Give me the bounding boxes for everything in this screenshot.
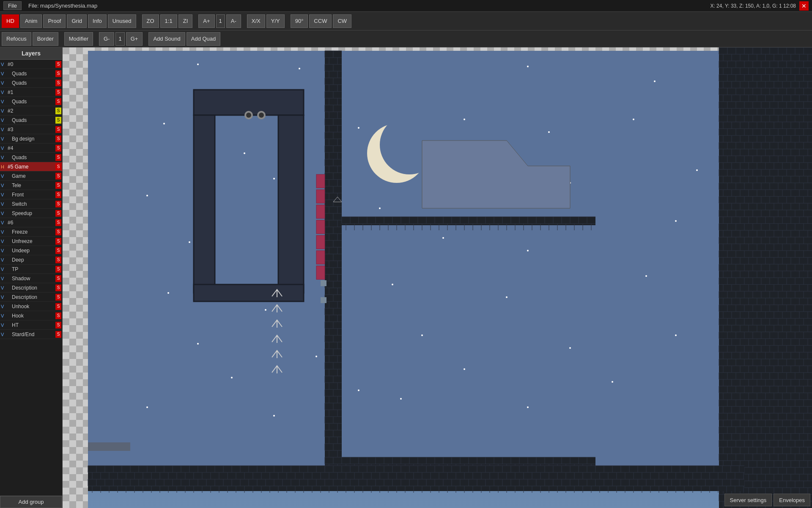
layer-item[interactable]: VUnfreezeS [0,237,62,246]
layer-s-button[interactable]: S [55,163,61,170]
layer-s-button[interactable]: S [55,219,61,226]
info-button[interactable]: Info [88,14,107,28]
zo-button[interactable]: ZO [142,14,159,28]
layer-s-button[interactable]: S [55,229,61,235]
gplus-button[interactable]: G+ [126,32,143,46]
layer-item[interactable]: VStard/EndS [0,330,62,339]
layer-s-button[interactable]: S [55,294,61,301]
add-quad-button[interactable]: Add Quad [187,32,221,46]
layer-item[interactable]: VUndeepS [0,246,62,255]
layer-item[interactable]: VDescriptionS [0,283,62,293]
layer-item[interactable]: VTPS [0,265,62,274]
grid-button[interactable]: Grid [67,14,87,28]
layer-s-button[interactable]: S [55,145,61,152]
layer-name: HT [7,322,55,328]
layer-name: TP [7,266,55,272]
layer-item[interactable]: VBg designS [0,134,62,144]
layer-s-button[interactable]: S [55,257,61,263]
map-canvas-area[interactable]: Server settings Envelopes [63,47,812,508]
layer-item[interactable]: VHookS [0,311,62,320]
layer-s-button[interactable]: S [55,182,61,189]
layer-item[interactable]: VSpeedupS [0,209,62,218]
layer-item[interactable]: VFreezeS [0,227,62,237]
layer-s-button[interactable]: S [55,191,61,198]
layer-s-button[interactable]: S [55,210,61,217]
add-sound-button[interactable]: Add Sound [148,32,185,46]
layer-s-button[interactable]: S [55,154,61,161]
layer-s-button[interactable]: S [55,89,61,96]
envelopes-button[interactable]: Envelopes [774,494,810,506]
layers-list[interactable]: V#0SVQuadsSVQuadsSV#1SVQuadsSV#2SVQuadsS… [0,60,62,496]
deg-button[interactable]: 90° [291,14,308,28]
layer-s-button[interactable]: S [55,322,61,329]
layer-item[interactable]: VQuadsS [0,97,62,106]
layer-s-button[interactable]: S [55,238,61,245]
layer-name: Game [7,173,55,179]
layer-item[interactable]: VQuadsS [0,78,62,88]
aminus-button[interactable]: A- [226,14,241,28]
layer-s-button[interactable]: S [55,98,61,105]
close-button[interactable]: ✕ [799,1,809,11]
layer-s-button[interactable]: S [55,126,61,133]
layer-item[interactable]: V#3S [0,125,62,134]
layer-item[interactable]: VQuadsS [0,69,62,78]
add-group-button[interactable]: Add group [0,496,62,508]
layer-s-button[interactable]: S [55,331,61,338]
layer-s-button[interactable]: S [55,70,61,77]
ccw-button[interactable]: CCW [309,14,332,28]
layer-s-button[interactable]: S [55,80,61,86]
layer-item[interactable]: VHTS [0,320,62,330]
layer-item[interactable]: V#4S [0,144,62,153]
layer-item[interactable]: VFrontS [0,190,62,199]
layer-s-button[interactable]: S [55,108,61,114]
layer-s-button[interactable]: S [55,135,61,142]
cw-button[interactable]: CW [333,14,351,28]
layer-item[interactable]: VDescriptionS [0,293,62,302]
server-settings-button[interactable]: Server settings [724,494,772,506]
zi-button[interactable]: ZI [178,14,193,28]
file-menu[interactable]: File [3,1,22,10]
layer-v-indicator: V [1,248,7,253]
layer-v-indicator: V [1,155,7,160]
layer-item[interactable]: VDeepS [0,255,62,265]
layer-name: #3 [7,127,55,133]
layer-v-indicator: V [1,127,7,132]
layer-s-button[interactable]: S [55,303,61,310]
proof-button[interactable]: Proof [43,14,66,28]
gminus-button[interactable]: G- [99,32,114,46]
layer-s-button[interactable]: S [55,173,61,179]
zoom-button[interactable]: 1:1 [160,14,177,28]
refocus-button[interactable]: Refocus [2,32,31,46]
unused-button[interactable]: Unused [108,14,136,28]
layer-s-button[interactable]: S [55,312,61,319]
layer-name: #0 [7,61,55,67]
layer-s-button[interactable]: S [55,275,61,282]
layer-item[interactable]: V#0S [0,60,62,69]
yy-button[interactable]: Y/Y [266,14,285,28]
layer-item[interactable]: VGameS [0,171,62,181]
layer-s-button[interactable]: S [55,284,61,291]
layer-name: #2 [7,108,55,114]
anim-button[interactable]: Anim [20,14,42,28]
xx-button[interactable]: X/X [247,14,265,28]
layer-s-button[interactable]: S [55,61,61,68]
layer-item[interactable]: VUnhookS [0,302,62,311]
layer-s-button[interactable]: S [55,247,61,254]
map-canvas[interactable] [63,47,812,508]
layer-item[interactable]: V#1S [0,88,62,97]
aplus-button[interactable]: A+ [198,14,214,28]
layer-item[interactable]: VQuadsS [0,116,62,125]
layer-s-button[interactable]: S [55,201,61,207]
layer-item[interactable]: V#2S [0,106,62,116]
layer-s-button[interactable]: S [55,266,61,273]
layer-s-button[interactable]: S [55,117,61,124]
layer-item[interactable]: VShadowS [0,274,62,283]
layer-item[interactable]: VQuadsS [0,153,62,162]
layer-item[interactable]: VTeleS [0,181,62,190]
modifier-button[interactable]: Modifier [64,32,93,46]
hd-button[interactable]: HD [2,14,19,28]
layer-item[interactable]: H#5 GameS [0,162,62,171]
border-button[interactable]: Border [33,32,58,46]
layer-item[interactable]: V#6S [0,218,62,227]
layer-item[interactable]: VSwitchS [0,199,62,209]
